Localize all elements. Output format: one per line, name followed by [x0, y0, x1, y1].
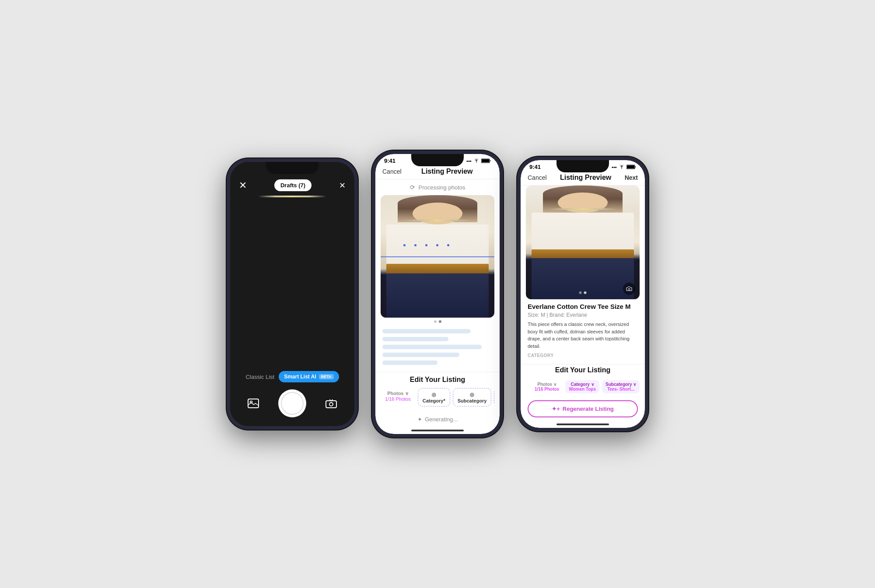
phone-notch-2: [411, 154, 464, 166]
scan-dot: [414, 244, 416, 246]
photos-tab-label: Photos ∨: [385, 391, 411, 396]
svg-point-3: [329, 402, 333, 406]
cancel-icon[interactable]: ✕: [339, 181, 346, 190]
next-button-3[interactable]: Next: [625, 174, 638, 181]
cancel-button[interactable]: Cancel: [382, 168, 402, 175]
svg-rect-2: [326, 401, 336, 408]
result-listing-image: [526, 186, 640, 299]
phone-camera: ✕ Drafts (7) ✕ Take a front photo Classi…: [227, 158, 358, 430]
skeleton-line: [382, 345, 482, 349]
phone-result: 9:41 ▪▪▪ Cancel Listing Preview Next: [517, 157, 648, 431]
classic-list-label[interactable]: Classic List: [245, 374, 274, 380]
wifi-icon-3: [619, 165, 625, 169]
listing-details: Everlane Cotton Crew Tee Size M Size: M …: [521, 299, 645, 364]
scan-dot: [425, 244, 427, 246]
camera-bottom: Classic List Smart List AI BETA: [230, 366, 354, 426]
cancel-button-3[interactable]: Cancel: [528, 174, 547, 181]
necklace-decor: [258, 196, 326, 197]
phone-notch: [266, 162, 318, 174]
processing-label: Processing photos: [419, 184, 466, 191]
category-tab-3[interactable]: Category ∨ Women Tops: [565, 380, 599, 393]
skeleton-line: [382, 360, 438, 365]
category-icon: ⊕: [423, 391, 445, 398]
edit-section-3: Edit Your Listing Photos ∨ 1/16 Photos C…: [521, 364, 645, 397]
skeleton-line: [382, 353, 459, 357]
scan-dot: [436, 244, 438, 246]
brand-tab[interactable]: ⊕ B...: [494, 388, 494, 406]
subcategory-tab-3[interactable]: Subcategory ∨ Tees- Short...: [602, 380, 640, 393]
svg-rect-7: [627, 165, 634, 168]
shutter-button[interactable]: [278, 389, 306, 417]
flip-camera-button[interactable]: [323, 396, 339, 411]
wifi-icon: [473, 159, 480, 163]
scan-line: [381, 256, 494, 257]
drafts-badge[interactable]: Drafts (7): [274, 179, 312, 191]
skeleton-line: [382, 329, 471, 333]
smart-list-button[interactable]: Smart List AI BETA: [279, 371, 339, 382]
nav-title-3: Listing Preview: [560, 174, 611, 182]
scan-dot: [403, 244, 406, 246]
category-label: CATEGORY: [528, 353, 638, 358]
image-dots: [375, 318, 500, 326]
photos-label-3: Photos ∨: [535, 382, 559, 387]
camera-controls: [237, 389, 347, 417]
jeans-2: [386, 273, 489, 318]
category-tab-label: Category*: [423, 398, 445, 403]
subcategory-tab[interactable]: ⊕ Subcategory: [453, 388, 492, 406]
regenerate-button[interactable]: ✦+ Regenerate Listing: [528, 400, 638, 417]
processing-banner: ⟳ Processing photos: [375, 179, 500, 195]
result-dots: [579, 289, 587, 297]
result-dot-1: [579, 291, 582, 294]
generating-banner: ✦ Generating...: [375, 412, 500, 427]
battery-icon: [481, 158, 491, 163]
photos-tab-3[interactable]: Photos ∨ 1/16 Photos: [531, 380, 563, 393]
home-indicator-3: [556, 424, 609, 425]
generating-label: Generating...: [425, 416, 458, 423]
skeleton-line: [382, 337, 448, 341]
gallery-button[interactable]: [245, 396, 261, 411]
photos-tab-value: 1/16 Photos: [385, 396, 411, 402]
spinner-icon: ⟳: [410, 184, 415, 191]
dot-1: [434, 320, 437, 323]
nav-title: Listing Preview: [421, 168, 472, 175]
close-icon[interactable]: ✕: [239, 180, 247, 191]
category-value-3: Women Tops: [569, 387, 596, 392]
regenerate-label: Regenerate Listing: [563, 406, 614, 412]
status-time: 9:41: [384, 158, 396, 164]
camera-edit-badge[interactable]: [623, 283, 635, 295]
subcategory-label-3: Subcategory ∨: [606, 382, 636, 387]
listing-image: [381, 195, 494, 318]
edit-title-3: Edit Your Listing: [526, 366, 640, 374]
nav-bar-3: Cancel Listing Preview Next: [521, 172, 645, 186]
chain-2: [403, 220, 472, 221]
scan-dots: [403, 244, 483, 246]
camera-viewfinder: Take a front photo: [235, 196, 349, 366]
smart-list-label: Smart List AI: [284, 374, 316, 380]
svg-point-8: [628, 288, 630, 290]
category-tab[interactable]: ⊕ Category*: [418, 388, 450, 406]
camera-screen: ✕ Drafts (7) ✕ Take a front photo Classi…: [230, 162, 354, 426]
subcategory-icon: ⊕: [458, 391, 487, 398]
signal-icon-3: ▪▪▪: [612, 164, 617, 170]
result-image-bg: [526, 186, 640, 299]
dot-2: [439, 320, 441, 323]
listing-mode-row: Classic List Smart List AI BETA: [237, 371, 347, 382]
edit-tabs-3: Photos ∨ 1/16 Photos Category ∨ Women To…: [526, 378, 640, 395]
photos-tab[interactable]: Photos ∨ 1/16 Photos: [381, 388, 415, 406]
listing-product-title: Everlane Cotton Crew Tee Size M: [528, 303, 638, 310]
edit-tabs-row: Photos ∨ 1/16 Photos ⊕ Category* ⊕ Subca…: [381, 388, 494, 408]
nav-bar: Cancel Listing Preview: [375, 166, 500, 179]
photos-value-3: 1/16 Photos: [535, 387, 559, 392]
listing-meta: Size: M | Brand: Everlane: [528, 312, 638, 318]
chain-3: [549, 208, 617, 210]
category-label-3: Category ∨: [569, 382, 596, 387]
result-dot-2: [584, 291, 587, 294]
belt-2: [386, 264, 489, 273]
camera-edit-icon: [626, 286, 632, 291]
generating-icon: ✦: [417, 416, 422, 423]
svg-rect-5: [482, 159, 489, 162]
listing-description: This piece offers a classic crew neck, o…: [528, 321, 638, 350]
processing-screen: 9:41 ▪▪▪ Cancel Listing Preview: [375, 154, 500, 434]
subcategory-value-3: Tees- Short...: [606, 387, 636, 392]
beta-badge: BETA: [319, 374, 334, 379]
